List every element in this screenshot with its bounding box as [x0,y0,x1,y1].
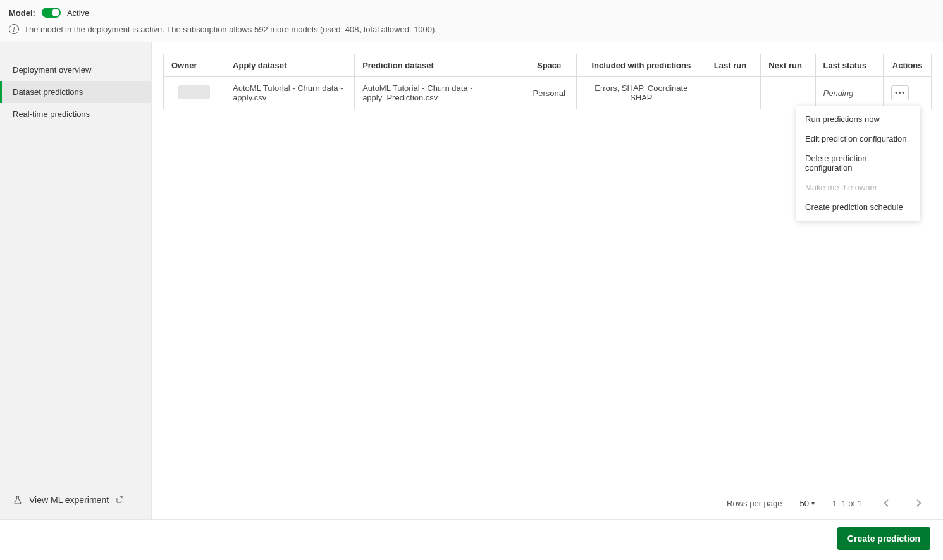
col-space[interactable]: Space [522,54,576,77]
sidebar-item-real-time-predictions[interactable]: Real-time predictions [0,103,151,125]
prev-page-button[interactable] [880,496,894,510]
model-active-toggle[interactable] [42,8,61,18]
model-info-text: The model in the deployment is active. T… [24,25,437,34]
row-actions-button[interactable]: ••• [891,85,909,100]
col-owner[interactable]: Owner [164,54,225,77]
view-ml-experiment-label: View ML experiment [29,495,109,505]
col-last-status[interactable]: Last status [815,54,884,77]
row-actions-menu: Run predictions now Edit prediction conf… [796,106,920,221]
header-bar: Model: Active i The model in the deploym… [0,0,943,42]
table-header-row: Owner Apply dataset Prediction dataset S… [164,54,932,77]
col-last-run[interactable]: Last run [706,54,760,77]
info-icon: i [9,24,19,34]
more-icon: ••• [895,90,906,96]
menu-make-me-owner: Make me the owner [796,178,920,197]
cell-last-run [706,77,760,109]
create-prediction-button[interactable]: Create prediction [837,527,930,550]
page-range: 1–1 of 1 [832,499,862,508]
cell-apply-dataset: AutoML Tutorial - Churn data - apply.csv [225,77,355,109]
predictions-table: Owner Apply dataset Prediction dataset S… [163,54,932,109]
cell-last-status: Pending [815,77,884,109]
flask-icon [13,495,23,505]
cell-prediction-dataset: AutoML Tutorial - Churn data - apply_Pre… [355,77,522,109]
sidebar-item-dataset-predictions[interactable]: Dataset predictions [0,81,151,103]
main-content: Owner Apply dataset Prediction dataset S… [152,42,943,519]
table-pager: Rows per page 50 ▾ 1–1 of 1 [163,487,932,519]
model-label: Model: [9,8,35,18]
chevron-down-icon: ▾ [811,500,815,507]
owner-avatar [178,85,210,99]
col-included[interactable]: Included with predictions [576,54,706,77]
table-row: AutoML Tutorial - Churn data - apply.csv… [164,77,932,109]
next-page-button[interactable] [911,496,925,510]
sidebar: Deployment overview Dataset predictions … [0,42,152,519]
cell-next-run [761,77,815,109]
col-actions[interactable]: Actions [884,54,932,77]
col-next-run[interactable]: Next run [761,54,815,77]
col-apply-dataset[interactable]: Apply dataset [225,54,355,77]
menu-edit-prediction-config[interactable]: Edit prediction configuration [796,129,920,149]
rows-per-page-label: Rows per page [727,499,782,508]
view-ml-experiment-link[interactable]: View ML experiment [0,485,151,519]
cell-owner [164,77,225,109]
rows-per-page-value: 50 [800,499,809,508]
sidebar-item-deployment-overview[interactable]: Deployment overview [0,59,151,81]
col-prediction-dataset[interactable]: Prediction dataset [355,54,522,77]
footer-bar: Create prediction [0,519,943,557]
cell-space: Personal [522,77,576,109]
model-active-text: Active [67,8,89,18]
status-pending: Pending [823,88,854,98]
menu-create-schedule[interactable]: Create prediction schedule [796,197,920,217]
cell-included: Errors, SHAP, Coordinate SHAP [576,77,706,109]
rows-per-page-select[interactable]: 50 ▾ [800,499,815,508]
cell-actions: ••• [884,77,932,109]
menu-run-predictions-now[interactable]: Run predictions now [796,109,920,129]
external-link-icon [115,496,124,504]
menu-delete-prediction-config[interactable]: Delete prediction configuration [796,149,920,178]
